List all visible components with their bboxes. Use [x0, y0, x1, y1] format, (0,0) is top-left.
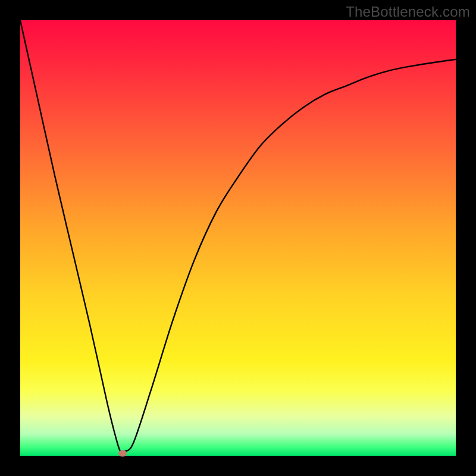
- watermark-text: TheBottleneck.com: [346, 4, 470, 20]
- curve-svg: [20, 20, 456, 456]
- plot-area: [20, 20, 456, 456]
- chart-frame: TheBottleneck.com: [0, 0, 476, 476]
- minimum-marker: [118, 450, 127, 457]
- bottleneck-curve: [20, 20, 456, 453]
